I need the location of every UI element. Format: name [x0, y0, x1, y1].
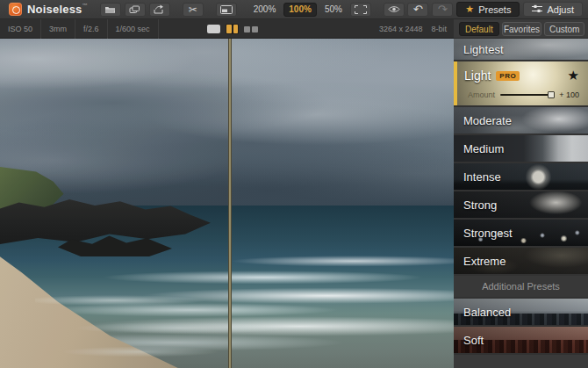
scissors-icon: ✂ [189, 4, 197, 15]
metadata-bar: ISO 50 3mm f/2.6 1/600 sec 3264 x 2448 8… [0, 19, 454, 39]
before-side-overlay [0, 39, 228, 368]
view-mode-switcher [207, 19, 258, 39]
amount-control: Amount + 100 [464, 83, 588, 99]
duplicate-icon [129, 5, 140, 14]
compare-divider-handle[interactable] [228, 39, 232, 368]
tab-default[interactable]: Default [459, 22, 499, 36]
crop-group: ✂ [183, 3, 204, 17]
amount-value: + 100 [559, 90, 579, 99]
preset-label: Intense [463, 170, 501, 184]
image-info: 3264 x 2448 8-bit [379, 25, 454, 33]
preset-strong[interactable]: Strong [454, 191, 588, 218]
adjust-mode-label: Adjust [547, 4, 574, 15]
preset-label: Strong [463, 198, 497, 212]
zoom-200-button[interactable]: 200% [249, 3, 281, 17]
preset-light-selected[interactable]: Light PRO ★ Amount + 100 [454, 61, 588, 105]
additional-presets-header: Additional Presets [454, 276, 588, 297]
file-button-group [100, 3, 170, 17]
preset-label: Balanced [463, 306, 511, 319]
preset-balanced[interactable]: Balanced [454, 299, 588, 325]
image-dimensions: 3264 x 2448 [379, 25, 423, 33]
exif-iso: ISO 50 [0, 19, 41, 39]
single-view-icon[interactable] [207, 25, 220, 33]
fit-screen-button[interactable] [350, 3, 371, 17]
undo-icon: ↶ [413, 4, 423, 15]
top-toolbar: Noiseless™ ✂ 200% 100% 50% [0, 0, 588, 19]
app-title: Noiseless™ [27, 3, 88, 16]
exif-aperture: f/2.6 [75, 19, 108, 39]
pro-badge: PRO [496, 71, 520, 81]
preset-label: Strongest [463, 227, 513, 240]
photo-preview[interactable] [0, 39, 454, 368]
split-view-icon[interactable] [226, 24, 239, 34]
preset-strongest[interactable]: Strongest [454, 220, 588, 246]
amount-label: Amount [468, 90, 495, 99]
zoom-100-button[interactable]: 100% [283, 3, 317, 17]
share-export-icon [154, 4, 165, 14]
preset-light-header: Light PRO ★ [464, 61, 588, 83]
app-logo-icon [9, 3, 22, 16]
preset-tabs: Default Favorites Custom [454, 19, 588, 39]
exif-focal-length: 3mm [41, 19, 75, 39]
redo-icon: ↷ [438, 4, 448, 15]
navigator-group [216, 3, 237, 17]
amount-slider[interactable] [500, 94, 554, 96]
tab-custom[interactable]: Custom [544, 22, 584, 36]
navigator-button[interactable] [216, 3, 237, 17]
presets-mode-button[interactable]: ★ Presets [456, 2, 520, 17]
preview-button[interactable] [384, 3, 405, 17]
preview-group [384, 3, 405, 17]
sliders-icon [532, 4, 542, 15]
trademark: ™ [82, 3, 88, 8]
amount-slider-handle[interactable] [548, 91, 555, 98]
side-by-side-view-icon[interactable] [244, 26, 258, 32]
image-bit-depth: 8-bit [431, 25, 447, 33]
preset-label: Lightest [463, 43, 504, 56]
preset-lightest[interactable]: Lightest [454, 39, 588, 60]
preset-label: Soft [463, 334, 484, 347]
fit-screen-icon [355, 5, 367, 14]
preset-intense[interactable]: Intense [454, 163, 588, 190]
presets-panel: Lightest Light PRO ★ Amount + 100 Modera… [454, 39, 588, 368]
preset-label: Extreme [463, 255, 506, 268]
exif-shutter: 1/600 sec [108, 19, 159, 39]
undo-button[interactable]: ↶ [407, 3, 428, 17]
toolbar-right: ↶ ↷ ★ Presets Adjust [407, 2, 583, 17]
preset-label: Moderate [463, 114, 512, 127]
app-window: Noiseless™ ✂ 200% 100% 50% [0, 0, 588, 368]
zoom-50-button[interactable]: 50% [320, 3, 347, 17]
preset-label: Medium [463, 142, 504, 155]
preset-soft[interactable]: Soft [454, 327, 588, 353]
navigator-icon [220, 5, 233, 14]
preset-medium[interactable]: Medium [454, 135, 588, 162]
duplicate-button[interactable] [125, 3, 146, 17]
redo-button[interactable]: ↷ [432, 3, 453, 17]
eye-icon [388, 5, 400, 13]
folder-open-icon [104, 5, 116, 14]
presets-mode-label: Presets [478, 4, 511, 15]
presets-star-icon: ★ [465, 4, 474, 15]
tab-favorites[interactable]: Favorites [502, 22, 542, 36]
crop-button[interactable]: ✂ [183, 3, 204, 17]
preset-extreme[interactable]: Extreme [454, 248, 588, 274]
adjust-mode-button[interactable]: Adjust [523, 2, 583, 17]
preset-moderate[interactable]: Moderate [454, 107, 588, 133]
preset-label: Light [464, 69, 491, 83]
zoom-group: 200% 100% 50% [249, 3, 371, 17]
panel-empty-area [454, 355, 588, 368]
share-button[interactable] [149, 3, 170, 17]
exif-info: ISO 50 3mm f/2.6 1/600 sec [0, 19, 159, 38]
open-file-button[interactable] [100, 3, 121, 17]
favorite-star-icon[interactable]: ★ [568, 68, 579, 83]
